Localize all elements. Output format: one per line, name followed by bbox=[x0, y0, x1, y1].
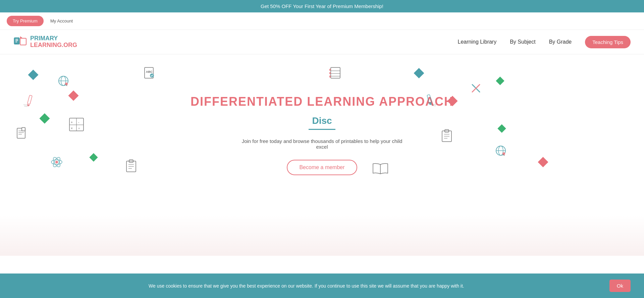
svg-line-51 bbox=[432, 105, 436, 106]
svg-text:×: × bbox=[71, 127, 73, 130]
svg-rect-29 bbox=[22, 128, 25, 131]
deco-diamond-pink-3 bbox=[538, 157, 548, 167]
svg-rect-1 bbox=[15, 39, 18, 40]
deco-clipboard-icon-right bbox=[441, 129, 453, 144]
nav-links: Learning Library By Subject By Grade Tea… bbox=[458, 36, 631, 48]
deco-pencil-icon-left bbox=[23, 95, 36, 108]
promo-banner: Get 50% OFF Your First Year of Premium M… bbox=[0, 0, 644, 12]
hero-section: ABC + - × ÷ bbox=[0, 54, 644, 215]
my-account-link[interactable]: My Account bbox=[50, 18, 73, 23]
logo[interactable]: PRIMARY LEARNING.ORG bbox=[13, 35, 77, 49]
deco-scissors-icon bbox=[469, 81, 483, 97]
promo-text: Get 50% OFF Your First Year of Premium M… bbox=[261, 3, 383, 9]
deco-math-icon: + - × ÷ bbox=[69, 117, 84, 133]
try-premium-button[interactable]: Try Premium bbox=[7, 16, 44, 26]
teaching-tips-button[interactable]: Teaching Tips bbox=[585, 36, 631, 48]
deco-book-icon bbox=[372, 162, 389, 176]
sub-header: Try Premium My Account bbox=[0, 12, 644, 30]
by-subject-link[interactable]: By Subject bbox=[510, 39, 535, 45]
deco-globe-icon-right bbox=[494, 144, 507, 158]
deco-diamond-green-2 bbox=[89, 153, 98, 161]
deco-pencil-icon-right bbox=[424, 94, 436, 107]
hero-description: Join for free today and browse thousands… bbox=[238, 138, 406, 150]
deco-globe-icon bbox=[57, 74, 70, 89]
svg-rect-48 bbox=[427, 95, 432, 103]
main-nav: PRIMARY LEARNING.ORG Learning Library By… bbox=[0, 30, 644, 54]
svg-point-61 bbox=[502, 152, 505, 155]
svg-line-50 bbox=[431, 104, 436, 105]
svg-rect-45 bbox=[329, 76, 331, 78]
bottom-gradient bbox=[0, 215, 644, 256]
svg-point-9 bbox=[65, 83, 68, 85]
svg-rect-14 bbox=[28, 95, 32, 104]
deco-diamond-pink-1 bbox=[68, 90, 78, 101]
learning-library-link[interactable]: Learning Library bbox=[458, 39, 497, 45]
svg-rect-43 bbox=[329, 69, 331, 71]
svg-text:-: - bbox=[78, 120, 79, 124]
svg-rect-5 bbox=[20, 38, 26, 45]
svg-text:+: + bbox=[71, 120, 73, 124]
by-grade-link[interactable]: By Grade bbox=[549, 39, 572, 45]
svg-text:ABC: ABC bbox=[146, 70, 153, 73]
svg-rect-3 bbox=[15, 42, 17, 42]
become-member-button[interactable]: Become a member bbox=[287, 160, 357, 175]
deco-diamond-green-1 bbox=[39, 113, 50, 123]
logo-icon bbox=[13, 35, 28, 49]
svg-text:÷: ÷ bbox=[78, 127, 80, 130]
logo-text: PRIMARY LEARNING.ORG bbox=[30, 35, 77, 49]
deco-diamond-green-3 bbox=[496, 77, 504, 85]
svg-point-30 bbox=[55, 161, 58, 163]
deco-abc-icon: ABC bbox=[143, 66, 157, 82]
deco-clipboard-icon-left bbox=[125, 159, 137, 174]
deco-atom-icon bbox=[50, 155, 64, 170]
hero-subtitle: Disc bbox=[312, 115, 332, 126]
deco-diamond-green-4 bbox=[497, 124, 506, 133]
deco-diamond-teal-1 bbox=[28, 69, 38, 80]
deco-document-icon-left bbox=[16, 127, 28, 141]
deco-notebook-icon bbox=[328, 66, 342, 82]
hero-underline bbox=[309, 129, 335, 130]
svg-rect-39 bbox=[331, 67, 340, 78]
svg-rect-2 bbox=[15, 40, 18, 41]
svg-rect-44 bbox=[329, 72, 331, 74]
deco-diamond-teal-2 bbox=[414, 68, 424, 78]
hero-title: DIFFERENTIATED LEARNING APPROACH bbox=[191, 95, 453, 109]
svg-line-17 bbox=[24, 106, 28, 107]
